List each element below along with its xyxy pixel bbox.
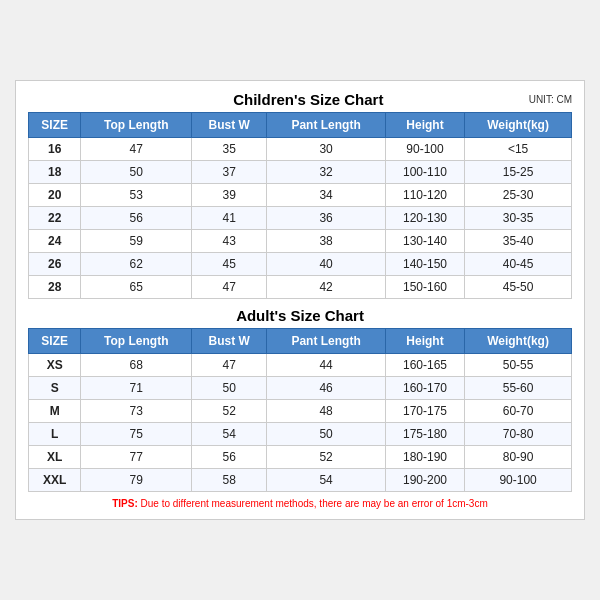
table-cell: 54 (192, 423, 267, 446)
table-cell: 59 (81, 230, 192, 253)
table-cell: 34 (267, 184, 386, 207)
table-cell: 68 (81, 354, 192, 377)
table-cell: 90-100 (465, 469, 572, 492)
table-cell: 38 (267, 230, 386, 253)
adults-header-row: SIZETop LengthBust WPant LengthHeightWei… (29, 329, 572, 354)
table-cell: 55-60 (465, 377, 572, 400)
table-cell: XXL (29, 469, 81, 492)
table-cell: 160-165 (385, 354, 464, 377)
table-cell: 52 (267, 446, 386, 469)
table-cell: 75 (81, 423, 192, 446)
table-row: L755450175-18070-80 (29, 423, 572, 446)
children-header-cell: Top Length (81, 113, 192, 138)
table-cell: 100-110 (385, 161, 464, 184)
table-cell: 50-55 (465, 354, 572, 377)
children-header-cell: Weight(kg) (465, 113, 572, 138)
adults-header-cell: Pant Length (267, 329, 386, 354)
table-cell: 65 (81, 276, 192, 299)
table-cell: 58 (192, 469, 267, 492)
adults-table: SIZETop LengthBust WPant LengthHeightWei… (28, 328, 572, 492)
table-cell: 47 (192, 276, 267, 299)
table-cell: S (29, 377, 81, 400)
table-row: M735248170-17560-70 (29, 400, 572, 423)
table-cell: 44 (267, 354, 386, 377)
table-cell: 35 (192, 138, 267, 161)
adults-header-cell: Top Length (81, 329, 192, 354)
table-cell: 53 (81, 184, 192, 207)
table-cell: 40 (267, 253, 386, 276)
table-row: 1647353090-100<15 (29, 138, 572, 161)
table-cell: L (29, 423, 81, 446)
table-cell: 150-160 (385, 276, 464, 299)
children-header-cell: Bust W (192, 113, 267, 138)
table-cell: 62 (81, 253, 192, 276)
table-cell: 32 (267, 161, 386, 184)
table-cell: 190-200 (385, 469, 464, 492)
table-row: 24594338130-14035-40 (29, 230, 572, 253)
table-cell: 30-35 (465, 207, 572, 230)
table-cell: 79 (81, 469, 192, 492)
table-cell: 43 (192, 230, 267, 253)
table-cell: 140-150 (385, 253, 464, 276)
table-cell: XL (29, 446, 81, 469)
table-cell: 180-190 (385, 446, 464, 469)
table-row: 22564136120-13030-35 (29, 207, 572, 230)
table-row: 28654742150-16045-50 (29, 276, 572, 299)
tips-row: TIPS: Due to different measurement metho… (28, 498, 572, 509)
table-cell: 16 (29, 138, 81, 161)
tips-text: Due to different measurement methods, th… (138, 498, 488, 509)
table-cell: 45-50 (465, 276, 572, 299)
table-cell: 25-30 (465, 184, 572, 207)
children-title-row: Children's Size Chart UNIT: CM (28, 91, 572, 108)
children-table: SIZETop LengthBust WPant LengthHeightWei… (28, 112, 572, 299)
table-cell: 175-180 (385, 423, 464, 446)
unit-label: UNIT: CM (529, 94, 572, 105)
table-cell: 54 (267, 469, 386, 492)
table-cell: 47 (192, 354, 267, 377)
table-cell: 52 (192, 400, 267, 423)
table-cell: 45 (192, 253, 267, 276)
table-cell: 160-170 (385, 377, 464, 400)
table-row: S715046160-17055-60 (29, 377, 572, 400)
table-cell: 15-25 (465, 161, 572, 184)
table-row: 20533934110-12025-30 (29, 184, 572, 207)
table-cell: 22 (29, 207, 81, 230)
adults-title-row: Adult's Size Chart (28, 307, 572, 324)
table-cell: 18 (29, 161, 81, 184)
table-cell: 50 (81, 161, 192, 184)
table-cell: 73 (81, 400, 192, 423)
table-cell: 90-100 (385, 138, 464, 161)
table-cell: 28 (29, 276, 81, 299)
adults-header-cell: Bust W (192, 329, 267, 354)
table-cell: 77 (81, 446, 192, 469)
table-cell: 71 (81, 377, 192, 400)
table-cell: 56 (192, 446, 267, 469)
table-cell: 48 (267, 400, 386, 423)
table-cell: 24 (29, 230, 81, 253)
table-cell: 46 (267, 377, 386, 400)
table-row: 18503732100-11015-25 (29, 161, 572, 184)
table-cell: 39 (192, 184, 267, 207)
table-cell: M (29, 400, 81, 423)
tips-label: TIPS: (112, 498, 138, 509)
table-cell: 50 (267, 423, 386, 446)
table-cell: 20 (29, 184, 81, 207)
children-title: Children's Size Chart (88, 91, 529, 108)
table-cell: 42 (267, 276, 386, 299)
table-cell: 40-45 (465, 253, 572, 276)
table-cell: 170-175 (385, 400, 464, 423)
table-cell: 120-130 (385, 207, 464, 230)
table-cell: 110-120 (385, 184, 464, 207)
children-header-cell: SIZE (29, 113, 81, 138)
table-cell: XS (29, 354, 81, 377)
table-cell: 80-90 (465, 446, 572, 469)
adults-title: Adult's Size Chart (28, 307, 572, 324)
table-cell: 47 (81, 138, 192, 161)
table-row: 26624540140-15040-45 (29, 253, 572, 276)
table-cell: 130-140 (385, 230, 464, 253)
children-header-cell: Pant Length (267, 113, 386, 138)
table-cell: 60-70 (465, 400, 572, 423)
chart-container: Children's Size Chart UNIT: CM SIZETop L… (15, 80, 585, 520)
table-cell: 26 (29, 253, 81, 276)
table-cell: 35-40 (465, 230, 572, 253)
